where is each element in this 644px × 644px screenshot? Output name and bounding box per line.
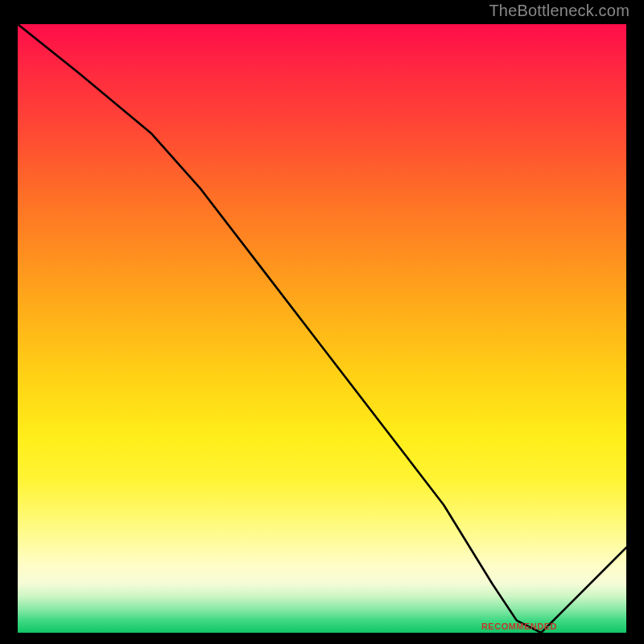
chart-container: TheBottleneck.com RECOMMENDED [0, 0, 644, 644]
recommended-annotation: RECOMMENDED [481, 621, 557, 631]
attribution-label: TheBottleneck.com [489, 2, 630, 20]
plot-area: RECOMMENDED [18, 24, 626, 633]
bottleneck-line [18, 24, 626, 633]
